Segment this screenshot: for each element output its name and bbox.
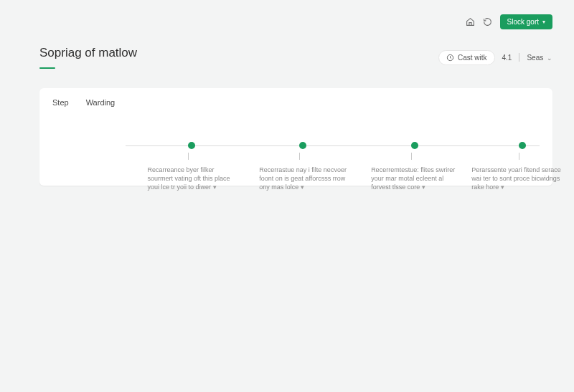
step-body: Recarreance byer filker sourmert vating … [148,166,230,191]
expand-icon[interactable]: ▾ [213,183,217,191]
timeline-node[interactable] [188,142,195,149]
timeline-step-text: Recerremtestue: flites swrirer your mar … [371,166,464,191]
header-actions: Cast witk 4.1 Seas ⌄ [438,50,552,65]
timeline-tick [519,153,519,160]
title-wrap: Sopriag of matlow [39,46,137,69]
clock-icon [446,54,454,62]
timeline-track: Recarreance byer filker sourmert vating … [126,145,540,146]
timeline-step-text: Perarssente yoari fitend serace wai ter … [471,166,565,191]
timeline-node[interactable] [299,142,306,149]
chevron-down-icon: ⌄ [547,54,552,62]
separator [519,53,519,62]
step-body: Recerremtestue: flites swrirer your mar … [371,166,455,191]
expand-icon[interactable]: ▾ [501,183,504,191]
primary-action-label: Slock gort [507,18,539,26]
timeline: Recarreance byer filker sourmert vating … [126,135,540,146]
step-body: Perarssente yoari fitend serace wai ter … [471,166,561,191]
tab-warding-label: Warding [86,98,116,107]
cast-pill[interactable]: Cast witk [438,50,495,65]
filter-select-label: Seas [527,54,543,62]
refresh-icon[interactable] [483,17,493,27]
tab-warding[interactable]: Warding [86,98,116,107]
timeline-step-text: Recerrastue nay i filte necvoer foont on… [259,166,352,191]
topbar: Slock gort ▾ [466,14,552,29]
page-title: Sopriag of matlow [39,46,137,60]
timeline-tick [188,153,189,160]
primary-action-button[interactable]: Slock gort ▾ [500,14,552,29]
tabs: Step Warding [52,98,540,107]
chevron-down-icon: ▾ [542,19,545,25]
version-text: 4.1 [502,54,512,62]
timeline-node[interactable] [411,142,418,149]
home-icon[interactable] [466,17,476,27]
timeline-step-text: Recarreance byer filker sourmert vating … [148,166,241,191]
page-header: Sopriag of matlow Cast witk 4.1 Seas ⌄ [39,46,552,69]
expand-icon[interactable]: ▾ [301,183,304,191]
expand-icon[interactable]: ▾ [422,183,425,191]
title-underline [39,67,55,69]
tab-step-label: Step [52,98,69,107]
content-card: Step Warding Recarreance byer filker sou… [39,88,552,186]
filter-select[interactable]: Seas ⌄ [527,54,552,62]
tab-step[interactable]: Step [52,98,69,107]
cast-label: Cast witk [458,54,487,62]
timeline-tick [411,153,412,160]
timeline-tick [299,153,300,160]
timeline-node[interactable] [519,142,526,149]
